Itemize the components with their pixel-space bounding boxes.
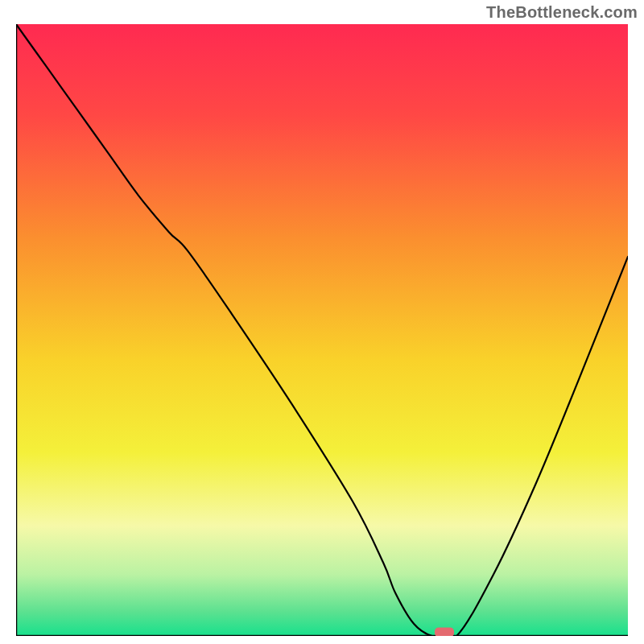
watermark-label: TheBottleneck.com xyxy=(486,3,638,22)
chart-container: TheBottleneck.com xyxy=(0,0,644,644)
plot-area xyxy=(16,24,628,636)
chart-svg xyxy=(16,24,628,636)
gradient-field xyxy=(16,24,628,636)
optimal-marker xyxy=(435,627,454,636)
